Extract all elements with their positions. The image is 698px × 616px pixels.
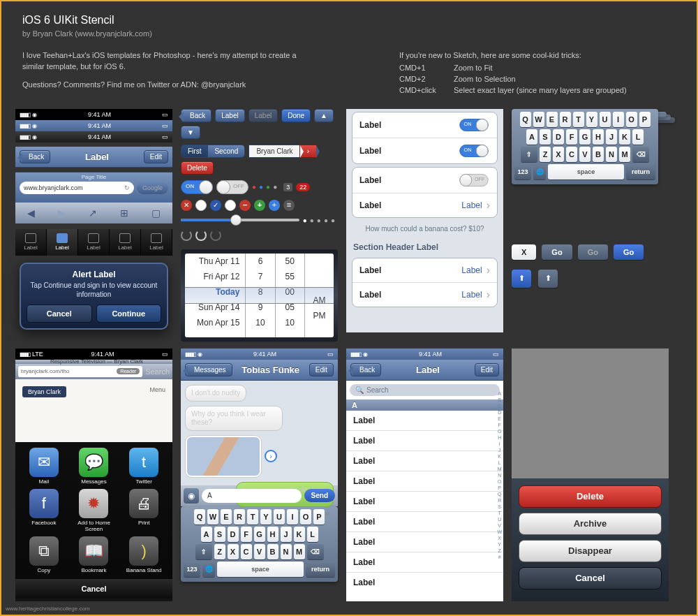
- menu-button[interactable]: Menu: [149, 386, 165, 397]
- share-bookmark[interactable]: 📖Bookmark: [71, 536, 117, 573]
- key-b[interactable]: B: [593, 147, 604, 162]
- send-button[interactable]: Send: [304, 489, 335, 502]
- key-x[interactable]: X: [228, 544, 239, 559]
- index-letter[interactable]: E: [498, 416, 501, 422]
- key-l[interactable]: L: [632, 129, 644, 145]
- list-row[interactable]: Label: [346, 431, 503, 451]
- alert-continue-button[interactable]: Continue: [96, 305, 162, 323]
- key-e[interactable]: E: [547, 112, 558, 127]
- key-o[interactable]: O: [626, 112, 637, 127]
- list-row[interactable]: Label: [346, 411, 503, 431]
- toggle-on[interactable]: [181, 180, 213, 194]
- list-row[interactable]: Label: [346, 512, 503, 532]
- table-cell[interactable]: Label: [352, 112, 497, 138]
- table-cell[interactable]: LabelLabel: [352, 193, 497, 217]
- key-j[interactable]: J: [606, 129, 617, 145]
- numbers-key[interactable]: 123: [184, 562, 200, 577]
- detail-chevron-icon[interactable]: ›: [265, 450, 277, 462]
- page-control[interactable]: ●●●●●: [303, 217, 338, 224]
- list-row[interactable]: Label: [346, 532, 503, 552]
- key-f[interactable]: F: [566, 129, 577, 145]
- segment[interactable]: First: [181, 145, 208, 157]
- back-button[interactable]: Back: [181, 109, 211, 122]
- tab-item[interactable]: Label: [15, 229, 47, 256]
- list-row[interactable]: Label: [346, 573, 503, 585]
- index-letter[interactable]: #: [498, 554, 501, 560]
- down-button[interactable]: ▼: [181, 126, 200, 139]
- tabs-icon[interactable]: ▢: [151, 207, 161, 219]
- index-letter[interactable]: V: [498, 522, 501, 529]
- index-letter[interactable]: Z: [498, 548, 501, 554]
- index-letter[interactable]: U: [498, 516, 501, 522]
- bar-button[interactable]: Label: [215, 109, 244, 122]
- shift-up-icon[interactable]: ⬆: [512, 270, 531, 288]
- url-field[interactable]: www.bryanjclark.com↻: [20, 182, 134, 194]
- cross-icon[interactable]: [181, 200, 192, 211]
- up-button[interactable]: ▲: [314, 109, 334, 122]
- key-a[interactable]: A: [526, 129, 537, 145]
- index-letter[interactable]: Y: [498, 541, 501, 548]
- index-letter[interactable]: L: [498, 460, 501, 466]
- index-letter[interactable]: B: [498, 397, 501, 403]
- tab-item[interactable]: Label: [110, 229, 141, 256]
- key-v[interactable]: V: [579, 147, 591, 162]
- key-g[interactable]: G: [254, 527, 265, 542]
- return-key[interactable]: return: [306, 562, 335, 577]
- go-key[interactable]: Go: [542, 244, 572, 260]
- index-letter[interactable]: X: [498, 535, 501, 541]
- url-field[interactable]: bryanjclark.com/thoReader: [18, 366, 142, 377]
- index-letter[interactable]: F: [498, 422, 501, 428]
- share-home[interactable]: ✹Add to Home Screen: [71, 489, 117, 532]
- key-s[interactable]: S: [214, 527, 225, 542]
- shift-key[interactable]: ⇧: [195, 544, 212, 559]
- keyboard[interactable]: QWERTYUIOP ASDFGHJKL ⇧ ZXCVBNM ⌫ 123 🌐 s…: [512, 109, 658, 184]
- backspace-key[interactable]: ⌫: [307, 544, 324, 559]
- key-x[interactable]: X: [553, 147, 564, 162]
- table-cell[interactable]: LabelLabel: [352, 258, 497, 283]
- empty-circle-icon[interactable]: [225, 200, 236, 211]
- search-field[interactable]: Search: [145, 367, 170, 376]
- site-brand[interactable]: Bryan Clark: [22, 386, 66, 397]
- sheet-disappear-button[interactable]: Disappear: [519, 540, 662, 562]
- key-d[interactable]: D: [228, 527, 239, 542]
- sheet-archive-button[interactable]: Archive: [519, 513, 662, 535]
- reload-icon[interactable]: ↻: [124, 184, 130, 191]
- shift-up-icon[interactable]: ⬆: [538, 270, 558, 288]
- slider[interactable]: [181, 219, 299, 221]
- key-i[interactable]: I: [613, 112, 624, 127]
- share-copy[interactable]: ⧉Copy: [21, 536, 67, 573]
- messages-back-button[interactable]: Messages: [185, 363, 232, 376]
- key-b[interactable]: B: [267, 544, 279, 559]
- keyboard[interactable]: QWERTYUIOP ASDFGHJKL ⇧ZXCVBNM⌫ 123🌐space…: [181, 506, 338, 582]
- index-letter[interactable]: S: [498, 504, 501, 510]
- list-row[interactable]: Label: [346, 492, 503, 512]
- key-c[interactable]: C: [241, 544, 252, 559]
- key-a[interactable]: A: [201, 527, 212, 542]
- index-letter[interactable]: J: [498, 447, 501, 453]
- key-z[interactable]: Z: [214, 544, 225, 559]
- list-row[interactable]: Label: [346, 451, 503, 471]
- index-letter[interactable]: W: [497, 529, 502, 535]
- key-y[interactable]: Y: [586, 112, 597, 127]
- plus-green-icon[interactable]: [254, 200, 265, 211]
- key-w[interactable]: W: [533, 112, 544, 127]
- sheet-delete-button[interactable]: Delete: [519, 485, 662, 508]
- share-print[interactable]: 🖨Print: [121, 489, 167, 532]
- key-z[interactable]: Z: [540, 147, 551, 162]
- edit-button[interactable]: Edit: [309, 363, 334, 376]
- index-letter[interactable]: R: [498, 497, 501, 504]
- key-e[interactable]: E: [221, 509, 232, 525]
- key-v[interactable]: V: [254, 544, 265, 559]
- toggle[interactable]: [459, 119, 488, 131]
- alert-cancel-button[interactable]: Cancel: [27, 305, 92, 323]
- key-g[interactable]: G: [579, 129, 591, 145]
- index-letter[interactable]: M: [498, 466, 502, 472]
- delete-button[interactable]: Delete: [181, 161, 214, 175]
- key-y[interactable]: Y: [260, 509, 272, 525]
- toggle-off[interactable]: [216, 180, 248, 194]
- date-picker[interactable]: Thu Apr 11 Fri Apr 12 Today Sun Apr 14 M…: [181, 249, 338, 342]
- key-o[interactable]: O: [300, 509, 311, 525]
- list-row[interactable]: Label: [346, 552, 503, 573]
- key-d[interactable]: D: [553, 129, 564, 145]
- key-l[interactable]: L: [307, 527, 318, 542]
